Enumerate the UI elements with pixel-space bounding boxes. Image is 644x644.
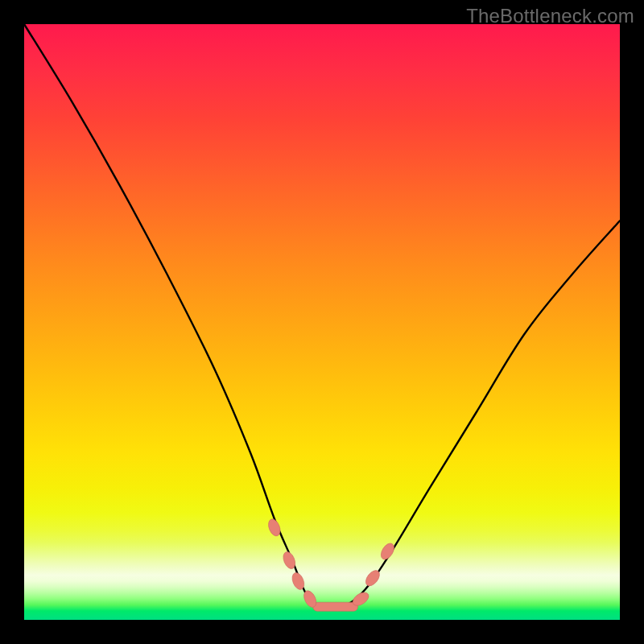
watermark-text: TheBottleneck.com (466, 5, 634, 27)
curve-layer (24, 24, 620, 620)
trough-segment (313, 602, 358, 611)
trough-marker (378, 541, 397, 562)
trough-markers (266, 518, 397, 609)
plot-area (24, 24, 620, 620)
chart-frame: TheBottleneck.com (0, 0, 644, 644)
bottleneck-curve (24, 24, 620, 609)
